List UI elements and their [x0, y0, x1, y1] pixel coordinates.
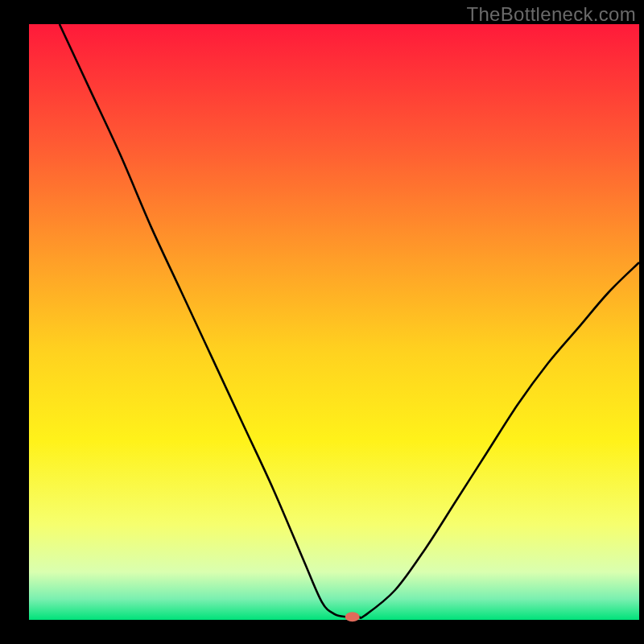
- chart-svg: [0, 0, 644, 644]
- chart-frame: TheBottleneck.com: [0, 0, 644, 644]
- plot-background: [29, 24, 639, 620]
- watermark-text: TheBottleneck.com: [466, 3, 636, 26]
- optimal-point-marker: [345, 612, 360, 621]
